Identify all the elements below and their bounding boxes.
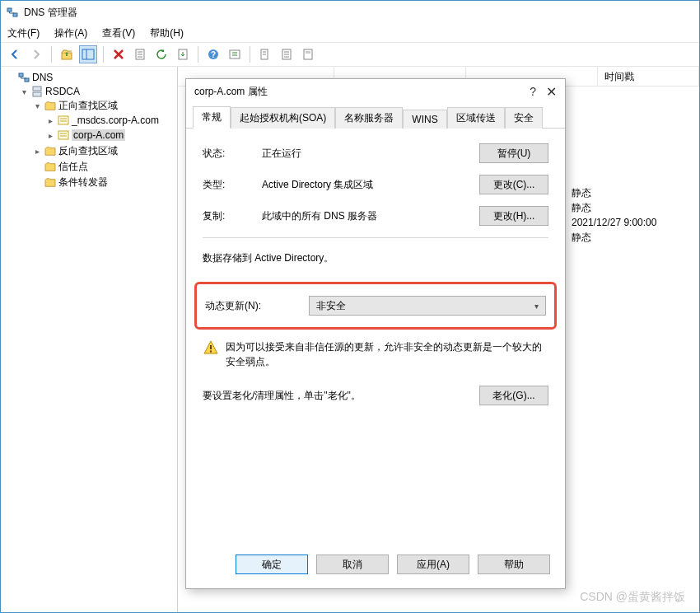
menu-help[interactable]: 帮助(H) xyxy=(150,26,184,40)
help-button[interactable]: ? xyxy=(204,45,222,63)
svg-rect-32 xyxy=(210,345,212,349)
filter-button[interactable] xyxy=(226,45,244,63)
tab-ns[interactable]: 名称服务器 xyxy=(335,107,403,129)
up-button[interactable] xyxy=(58,45,76,63)
menu-file[interactable]: 文件(F) xyxy=(7,26,40,40)
svg-rect-3 xyxy=(82,49,94,59)
change-replication-button[interactable]: 更改(H)... xyxy=(479,206,548,226)
svg-rect-22 xyxy=(19,73,23,77)
tree-trust-points[interactable]: 信任点 xyxy=(32,160,175,174)
chevron-down-icon: ▾ xyxy=(534,302,539,311)
tree-forward-zones[interactable]: 正向查找区域 xyxy=(32,99,175,113)
storage-text: 数据存储到 Active Directory。 xyxy=(203,251,548,265)
replication-value: 此域中的所有 DNS 服务器 xyxy=(262,209,479,223)
main-title: DNS 管理器 xyxy=(24,6,77,20)
col-timestamp[interactable]: 时间戳 xyxy=(598,67,699,86)
server-icon xyxy=(30,85,44,98)
svg-rect-1 xyxy=(13,13,17,16)
tree-server[interactable]: RSDCA xyxy=(19,85,175,98)
menubar: 文件(F) 操作(A) 查看(V) 帮助(H) xyxy=(1,24,699,42)
new-record-button[interactable] xyxy=(278,45,296,63)
warning-text: 因为可以接受来自非信任源的更新，允许非安全的动态更新是一个较大的安全弱点。 xyxy=(226,339,548,369)
main-titlebar: DNS 管理器 xyxy=(1,1,699,24)
menu-view[interactable]: 查看(V) xyxy=(102,26,135,40)
tab-wins[interactable]: WINS xyxy=(403,110,446,129)
folder-icon xyxy=(44,176,57,190)
close-icon[interactable]: ✕ xyxy=(546,84,557,100)
help-icon[interactable]: ? xyxy=(530,85,536,98)
svg-rect-20 xyxy=(304,49,312,59)
dns-root-icon xyxy=(17,71,30,84)
cancel-button[interactable]: 取消 xyxy=(316,555,389,574)
svg-rect-29 xyxy=(58,131,68,139)
type-label: 类型: xyxy=(203,178,262,192)
svg-rect-26 xyxy=(58,116,68,124)
tree-conditional-forwarders[interactable]: 条件转发器 xyxy=(32,175,175,190)
change-type-button[interactable]: 更改(C)... xyxy=(479,175,548,194)
properties-button[interactable] xyxy=(131,45,149,63)
dynamic-update-combo[interactable]: 非安全 ▾ xyxy=(309,296,546,316)
dialog-tabs: 常规 起始授权机构(SOA) 名称服务器 WINS 区域传送 安全 xyxy=(186,107,565,129)
dynamic-update-label: 动态更新(N): xyxy=(205,299,261,313)
dialog-title: corp-A.com 属性 xyxy=(194,85,268,99)
watermark: CSDN @蛋黄酱拌饭 xyxy=(580,590,685,605)
dynamic-update-value: 非安全 xyxy=(316,299,346,313)
new-zone-button[interactable] xyxy=(256,45,274,63)
svg-rect-24 xyxy=(33,87,41,91)
svg-rect-12 xyxy=(230,50,240,58)
dns-app-icon xyxy=(6,6,19,19)
tree-reverse-zones[interactable]: 反向查找区域 xyxy=(32,144,175,158)
dynamic-update-highlight: 动态更新(N): 非安全 ▾ xyxy=(194,282,557,330)
svg-rect-0 xyxy=(7,8,12,12)
zone-icon xyxy=(57,114,70,127)
misc-button[interactable] xyxy=(299,45,317,63)
tree-corp-a[interactable]: corp-A.com xyxy=(45,129,175,142)
status-value: 正在运行 xyxy=(262,147,479,161)
aging-text: 要设置老化/清理属性，单击"老化"。 xyxy=(203,389,479,403)
svg-rect-33 xyxy=(210,351,212,353)
warning-icon xyxy=(203,339,219,356)
folder-icon xyxy=(44,161,57,174)
toolbar: ? xyxy=(1,42,699,67)
refresh-button[interactable] xyxy=(152,45,170,63)
svg-text:?: ? xyxy=(211,50,216,59)
export-button[interactable] xyxy=(174,45,192,63)
type-value: Active Directory 集成区域 xyxy=(262,178,479,192)
folder-icon xyxy=(44,100,57,113)
tree-pane: DNS RSDCA xyxy=(1,67,178,612)
aging-button[interactable]: 老化(G)... xyxy=(479,386,548,405)
properties-dialog: corp-A.com 属性 ? ✕ 常规 起始授权机构(SOA) 名称服务器 W… xyxy=(185,78,566,589)
ok-button[interactable]: 确定 xyxy=(236,555,308,574)
tab-general-body: 状态: 正在运行 暂停(U) 类型: Active Directory 集成区域… xyxy=(186,129,565,549)
tree-root-dns[interactable]: DNS xyxy=(6,71,175,84)
dialog-buttons: 确定 取消 应用(A) 帮助 xyxy=(186,549,565,588)
status-label: 状态: xyxy=(203,147,262,161)
show-tree-button[interactable] xyxy=(79,45,97,63)
back-button[interactable] xyxy=(6,45,24,63)
menu-action[interactable]: 操作(A) xyxy=(54,26,87,40)
tree-msdcs[interactable]: _msdcs.corp-A.com xyxy=(45,114,175,127)
tab-general[interactable]: 常规 xyxy=(193,106,231,129)
dialog-titlebar[interactable]: corp-A.com 属性 ? ✕ xyxy=(186,79,565,104)
forward-button[interactable] xyxy=(27,45,45,63)
tab-soa[interactable]: 起始授权机构(SOA) xyxy=(231,107,335,129)
help-button[interactable]: 帮助 xyxy=(478,555,550,574)
apply-button[interactable]: 应用(A) xyxy=(397,555,469,574)
tab-security[interactable]: 安全 xyxy=(505,107,543,129)
svg-rect-25 xyxy=(33,92,41,96)
replication-label: 复制: xyxy=(203,209,262,223)
svg-rect-23 xyxy=(25,78,29,82)
pause-button[interactable]: 暂停(U) xyxy=(479,143,548,163)
folder-icon xyxy=(44,145,57,158)
delete-button[interactable] xyxy=(110,45,128,63)
svg-rect-21 xyxy=(306,51,310,54)
zone-icon xyxy=(57,129,70,142)
tab-zone-transfer[interactable]: 区域传送 xyxy=(447,107,505,129)
